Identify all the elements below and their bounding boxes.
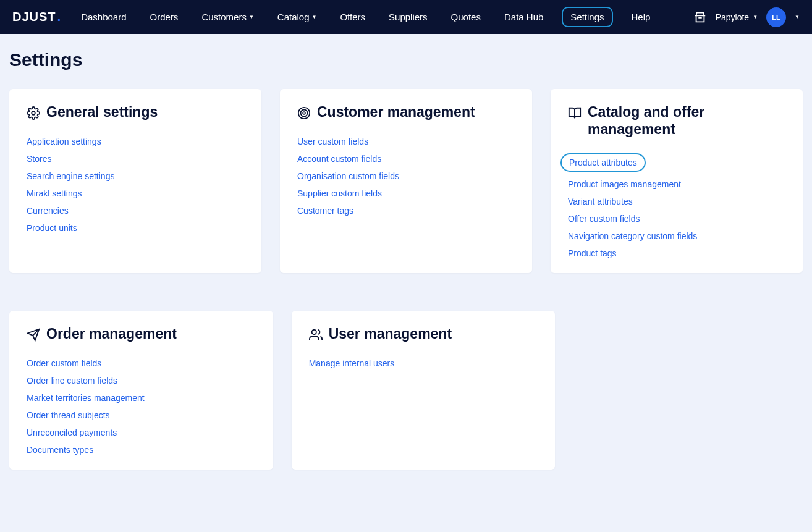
avatar[interactable]: LL <box>766 7 786 27</box>
card-links: User custom fields Account custom fields… <box>297 137 515 216</box>
logo[interactable]: DJUST. <box>12 10 61 24</box>
svg-point-6 <box>311 330 316 334</box>
users-icon <box>309 328 323 342</box>
nav-help[interactable]: Help <box>627 9 656 25</box>
link-mirakl-settings[interactable]: Mirakl settings <box>27 188 82 198</box>
nav-label: Settings <box>570 12 604 22</box>
link-product-images-management[interactable]: Product images management <box>568 179 681 189</box>
card-header: User management <box>309 326 538 343</box>
link-manage-internal-users[interactable]: Manage internal users <box>309 358 395 368</box>
nav-orders[interactable]: Orders <box>145 9 184 25</box>
page-title: Settings <box>9 49 803 70</box>
storefront-icon[interactable] <box>693 11 707 24</box>
link-order-thread-subjects[interactable]: Order thread subjects <box>27 410 110 420</box>
chevron-down-icon[interactable]: ▼ <box>795 14 800 20</box>
card-customer-management: Customer management User custom fields A… <box>280 89 532 273</box>
card-title: General settings <box>46 104 158 121</box>
nav-right-group: Papylote ▼ LL ▼ <box>693 7 800 27</box>
link-product-tags[interactable]: Product tags <box>568 248 617 258</box>
chevron-down-icon: ▼ <box>249 14 254 20</box>
link-product-attributes[interactable]: Product attributes <box>560 153 646 172</box>
spacer <box>573 311 803 470</box>
link-currencies[interactable]: Currencies <box>27 206 69 216</box>
nav-left-group: DJUST. Dashboard Orders Customers ▼ Cata… <box>12 7 655 27</box>
link-supplier-custom-fields[interactable]: Supplier custom fields <box>297 188 382 198</box>
link-offer-custom-fields[interactable]: Offer custom fields <box>568 214 640 224</box>
link-organisation-custom-fields[interactable]: Organisation custom fields <box>297 171 399 181</box>
link-documents-types[interactable]: Documents types <box>27 445 93 455</box>
link-unreconciled-payments[interactable]: Unreconciled payments <box>27 428 117 437</box>
org-name-label: Papylote <box>716 12 749 22</box>
link-user-custom-fields[interactable]: User custom fields <box>297 137 368 146</box>
nav-catalog[interactable]: Catalog ▼ <box>273 9 322 25</box>
link-navigation-category-custom-fields[interactable]: Navigation category custom fields <box>568 231 697 241</box>
nav-customers[interactable]: Customers ▼ <box>197 9 258 25</box>
card-links: Application settings Stores Search engin… <box>27 137 244 233</box>
card-links: Manage internal users <box>309 358 538 368</box>
card-general-settings: General settings Application settings St… <box>9 89 261 273</box>
card-user-management: User management Manage internal users <box>292 311 556 470</box>
link-application-settings[interactable]: Application settings <box>27 137 101 146</box>
avatar-initials: LL <box>772 14 780 21</box>
logo-dot: . <box>57 10 62 24</box>
nav-quotes[interactable]: Quotes <box>446 9 486 25</box>
card-links: Product attributes Product images manage… <box>568 153 785 258</box>
nav-label: Suppliers <box>389 12 428 22</box>
chevron-down-icon: ▼ <box>753 14 758 20</box>
link-market-territories-management[interactable]: Market territories management <box>27 393 145 403</box>
book-icon <box>568 106 582 120</box>
card-title: Customer management <box>317 104 475 121</box>
nav-label: Catalog <box>277 12 310 22</box>
nav-label: Quotes <box>451 12 481 22</box>
nav-offers[interactable]: Offers <box>335 9 370 25</box>
link-order-line-custom-fields[interactable]: Order line custom fields <box>27 376 117 386</box>
cards-row-1: General settings Application settings St… <box>9 89 803 273</box>
card-title: User management <box>329 326 452 343</box>
svg-point-2 <box>301 110 308 117</box>
nav-settings[interactable]: Settings <box>562 7 612 27</box>
card-header: Catalog and offer management <box>568 104 785 138</box>
card-order-management: Order management Order custom fields Ord… <box>9 311 273 470</box>
link-product-units[interactable]: Product units <box>27 223 77 233</box>
chevron-down-icon: ▼ <box>312 14 317 20</box>
nav-label: Offers <box>340 12 365 22</box>
link-variant-attributes[interactable]: Variant attributes <box>568 196 633 206</box>
nav-label: Dashboard <box>81 12 126 22</box>
card-links: Order custom fields Order line custom fi… <box>27 358 256 455</box>
link-search-engine-settings[interactable]: Search engine settings <box>27 171 114 181</box>
svg-point-3 <box>303 112 305 114</box>
card-title: Order management <box>46 326 177 343</box>
card-header: Customer management <box>297 104 515 121</box>
link-stores[interactable]: Stores <box>27 154 51 164</box>
nav-dashboard[interactable]: Dashboard <box>76 9 131 25</box>
nav-label: Data Hub <box>504 12 543 22</box>
logo-text: DJUST <box>12 10 56 24</box>
svg-point-0 <box>32 111 35 115</box>
send-icon <box>27 328 40 342</box>
card-catalog-offer-management: Catalog and offer management Product att… <box>551 89 803 273</box>
nav-label: Customers <box>201 12 247 22</box>
nav-label: Help <box>632 12 651 22</box>
cards-row-2: Order management Order custom fields Ord… <box>9 311 803 470</box>
card-header: General settings <box>27 104 244 121</box>
link-account-custom-fields[interactable]: Account custom fields <box>297 154 381 164</box>
link-customer-tags[interactable]: Customer tags <box>297 206 353 216</box>
card-title: Catalog and offer management <box>588 104 785 138</box>
nav-suppliers[interactable]: Suppliers <box>384 9 433 25</box>
top-navigation: DJUST. Dashboard Orders Customers ▼ Cata… <box>0 0 812 34</box>
nav-items: Dashboard Orders Customers ▼ Catalog ▼ O… <box>76 7 655 27</box>
divider <box>9 292 803 292</box>
target-icon <box>297 106 311 120</box>
gear-icon <box>27 106 40 120</box>
nav-label: Orders <box>150 12 179 22</box>
link-order-custom-fields[interactable]: Order custom fields <box>27 358 101 368</box>
nav-datahub[interactable]: Data Hub <box>499 9 548 25</box>
page-content: Settings General settings Application se… <box>0 34 812 504</box>
org-selector[interactable]: Papylote ▼ <box>716 12 758 22</box>
card-header: Order management <box>27 326 256 343</box>
